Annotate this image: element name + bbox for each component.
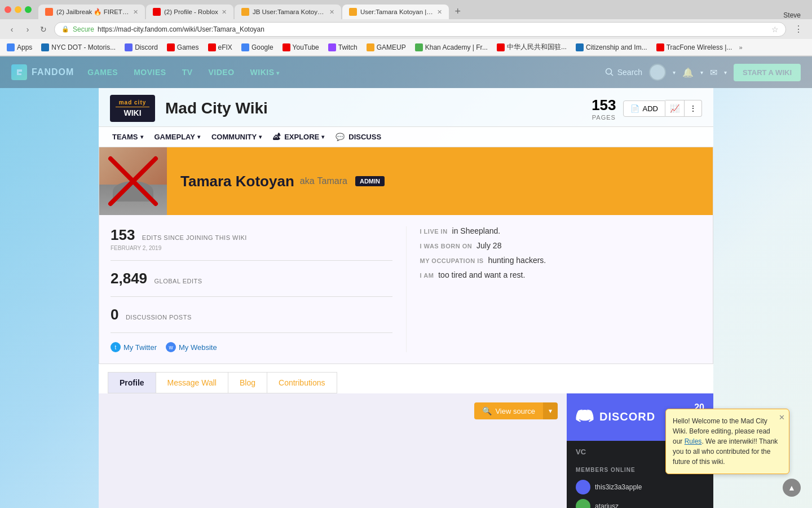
bookmark-citizenship[interactable]: Citizenship and Im...: [573, 42, 650, 52]
view-source-dropdown-btn[interactable]: ▾: [543, 402, 558, 419]
bookmark-nyc[interactable]: NYC DOT - Motoris...: [39, 42, 118, 52]
info-born-on: I WAS BORN ON July 28: [420, 241, 702, 250]
bookmark-tracfone[interactable]: TracFone Wireless |...: [654, 42, 735, 52]
bookmark-khan[interactable]: Khan Academy | Fr...: [413, 42, 490, 52]
wiki-more-btn[interactable]: ⋮: [685, 100, 702, 117]
bookmarks-more[interactable]: »: [739, 44, 742, 51]
browser-menu-btn[interactable]: ⋮: [789, 21, 807, 37]
edit-icon: 📈: [670, 104, 679, 113]
twitter-link-label: My Twitter: [123, 343, 157, 352]
user-label: Steve: [776, 11, 807, 19]
bookmark-efix[interactable]: eFIX: [206, 42, 235, 52]
twitter-icon: t: [111, 342, 121, 352]
bookmark-label: Twitch: [338, 43, 358, 51]
discussion-count: 0: [111, 306, 118, 323]
tab-profile[interactable]: Profile: [108, 373, 156, 393]
notification-rules-link[interactable]: Rules: [685, 437, 702, 445]
address-url[interactable]: https://mad-city.fandom.com/wiki/User:Ta…: [98, 25, 768, 33]
wiki-nav-community[interactable]: COMMUNITY▾: [207, 130, 266, 143]
tab-close-btn[interactable]: ✕: [222, 8, 227, 16]
view-source-btn[interactable]: 🔍 View source: [474, 402, 543, 419]
bookmark-label: Khan Academy | Fr...: [425, 43, 488, 51]
nav-video[interactable]: VIDEO: [209, 68, 235, 77]
discord-member: this3iz3a3apple: [567, 478, 713, 497]
search-btn[interactable]: Search: [605, 68, 642, 77]
window-minimize-btn[interactable]: [15, 6, 21, 13]
bookmark-twitch[interactable]: Twitch: [326, 42, 360, 52]
tab-close-btn[interactable]: ✕: [133, 8, 138, 16]
scroll-to-top-btn[interactable]: ▲: [783, 479, 801, 497]
tab-title: (2) Jailbreak 🔥 FIRETRUCK!: [56, 8, 130, 16]
born-on-label: I WAS BORN ON: [420, 243, 473, 249]
browser-tab[interactable]: (2) Jailbreak 🔥 FIRETRUCK! ✕: [38, 5, 145, 19]
start-wiki-btn[interactable]: START A WIKI: [734, 64, 801, 81]
twitter-link[interactable]: t My Twitter: [111, 342, 157, 352]
view-source-label: View source: [495, 407, 535, 415]
wiki-logo[interactable]: mad city WIKI: [110, 95, 155, 122]
new-tab-btn[interactable]: +: [450, 3, 466, 19]
occupation-value: hunting hackers.: [488, 256, 546, 265]
stat-discussion-posts: 0 DISCUSSION POSTS: [111, 306, 392, 333]
bookmark-icon: [208, 43, 216, 51]
nav-movies[interactable]: MOVIES: [134, 68, 166, 77]
forward-btn[interactable]: ›: [20, 22, 35, 37]
tab-blog[interactable]: Blog: [228, 373, 267, 393]
add-label: ADD: [643, 104, 658, 113]
tab-message-wall[interactable]: Message Wall: [156, 373, 228, 393]
discord-logo-icon: [576, 409, 594, 426]
bookmark-google[interactable]: Google: [239, 42, 276, 52]
bookmark-discord[interactable]: Discord: [122, 42, 160, 52]
browser-tab-active[interactable]: User:Tamara Kotoyan | Mad Ci... ✕: [342, 5, 449, 19]
reload-btn[interactable]: ↻: [36, 22, 51, 37]
bookmark-icon: [367, 43, 374, 51]
svg-point-0: [606, 69, 611, 75]
bookmark-icon: [167, 43, 175, 51]
info-i-am: I AM too tired and want a rest.: [420, 270, 702, 279]
tab-contributions[interactable]: Contributions: [267, 373, 337, 393]
bell-dropdown-arrow[interactable]: ▾: [700, 69, 703, 76]
info-live-in: I LIVE IN in Sheepland.: [420, 226, 702, 235]
secure-label: Secure: [73, 25, 94, 33]
bookmark-icon: [241, 43, 249, 51]
nav-tv[interactable]: TV: [182, 68, 193, 77]
bookmark-gameup[interactable]: GAMEUP: [364, 42, 408, 52]
global-edits-label: GLOBAL EDITS: [155, 278, 202, 284]
window-close-btn[interactable]: [5, 6, 11, 13]
back-btn[interactable]: ‹: [5, 22, 19, 37]
bookmark-china[interactable]: 中华人民共和国驻...: [495, 41, 569, 53]
mail-icon[interactable]: ✉: [710, 67, 717, 78]
wiki-add-btn[interactable]: 📄 ADD: [623, 100, 665, 117]
wiki-nav-gameplay[interactable]: GAMEPLAY▾: [150, 130, 205, 143]
tab-close-btn[interactable]: ✕: [437, 8, 442, 16]
wiki-nav-explore[interactable]: 🏕 EXPLORE▾: [268, 130, 329, 143]
admin-badge: ADMIN: [355, 176, 385, 186]
mail-dropdown-arrow[interactable]: ▾: [724, 69, 727, 76]
window-maximize-btn[interactable]: [25, 6, 32, 13]
fandom-logo[interactable]: FANDOM: [11, 64, 74, 80]
bookmark-icon: [576, 43, 584, 51]
tab-close-btn[interactable]: ✕: [329, 8, 334, 16]
user-avatar[interactable]: [649, 64, 666, 81]
browser-tab[interactable]: (2) Profile - Roblox ✕: [146, 5, 233, 19]
notifications-bell-icon[interactable]: 🔔: [682, 67, 694, 78]
i-am-value: too tired and want a rest.: [438, 270, 525, 279]
stat-global-edits: 2,849 GLOBAL EDITS: [111, 270, 392, 297]
wiki-page-count: 153 PAGES: [592, 97, 616, 121]
nav-wikis[interactable]: WIKIS: [250, 68, 280, 77]
bookmark-apps[interactable]: Apps: [5, 42, 34, 52]
bookmark-star-icon[interactable]: ☆: [771, 25, 779, 34]
avatar-dropdown-arrow[interactable]: ▾: [673, 69, 676, 76]
bookmark-icon: [7, 43, 15, 51]
browser-tab[interactable]: JB User:Tamara Kotoyan | ROBLO... ✕: [235, 5, 341, 19]
wiki-nav-discuss[interactable]: 💬 DISCUSS: [331, 130, 386, 143]
wiki-nav-teams[interactable]: TEAMS▾: [108, 130, 148, 143]
bookmark-games[interactable]: Games: [165, 42, 201, 52]
nav-games[interactable]: GAMES: [87, 68, 118, 77]
bookmark-youtube[interactable]: YouTube: [280, 42, 321, 52]
website-link[interactable]: w My Website: [166, 342, 217, 352]
bookmark-label: Discord: [135, 43, 158, 51]
notification-close-btn[interactable]: ✕: [779, 412, 785, 423]
i-am-label: I AM: [420, 272, 434, 279]
wiki-edit-btn[interactable]: 📈: [665, 100, 685, 117]
bookmark-label: Google: [251, 43, 273, 51]
